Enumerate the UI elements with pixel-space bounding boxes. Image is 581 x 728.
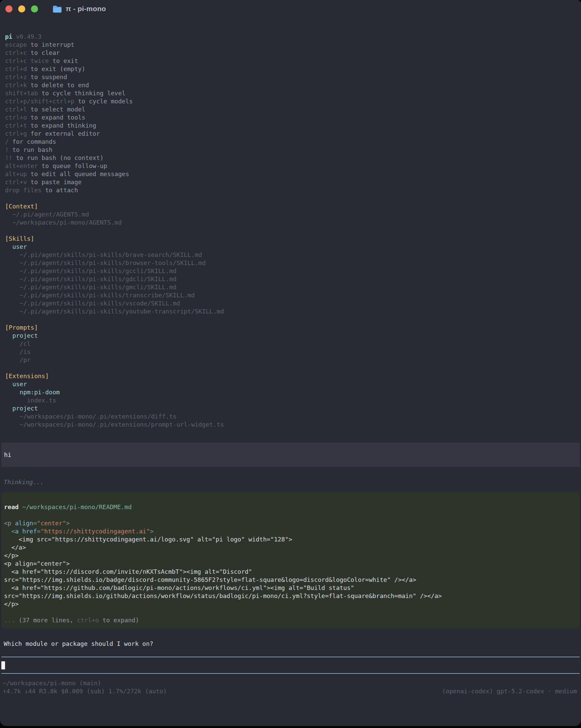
text-segment: project <box>5 405 38 412</box>
text-segment: user <box>5 381 27 388</box>
text-segment: to queue follow-up <box>38 162 107 170</box>
text-segment: ~/.pi/agent/skills/pi-skills/gmcli/SKILL… <box>5 284 176 291</box>
terminal-line <box>0 364 581 372</box>
terminal-line: ctrl+t to expand thinking <box>0 122 581 130</box>
text-segment: ctrl+p/shift+ctrl+p <box>5 98 74 105</box>
text-segment: to edit all queued messages <box>27 171 129 178</box>
text-segment: ~/.pi/agent/skills/pi-skills/transcribe/… <box>5 292 195 299</box>
text-segment: alt+up <box>5 171 27 178</box>
tool-name: read <box>4 503 19 511</box>
terminal-line: ~/.pi/agent/skills/pi-skills/brave-searc… <box>0 251 581 259</box>
text-segment: <img src="https://shittycodingagent.ai/l… <box>4 536 292 543</box>
prompt-input[interactable] <box>1 657 580 674</box>
window-title: π - pi-mono <box>65 5 106 13</box>
terminal-line: project <box>0 332 581 340</box>
text-segment: to clear <box>27 49 60 56</box>
text-segment: ~/.pi/agent/skills/pi-skills/youtube-tra… <box>5 308 224 315</box>
text-segment: ctrl+z <box>5 73 27 80</box>
terminal-line: ctrl+p/shift+ctrl+p to cycle models <box>0 97 581 105</box>
titlebar: π - pi-mono <box>0 0 581 18</box>
text-segment: > <box>66 520 70 527</box>
text-segment: ~/workspaces/pi-mono/AGENTS.md <box>5 219 122 226</box>
text-segment: "https://shittycodingagent.ai" <box>41 528 150 535</box>
terminal-window: π - pi-mono pi v0.49.3escape to interrup… <box>0 0 581 726</box>
text-segment: </p> <box>4 600 19 607</box>
terminal-line: alt+enter to queue follow-up <box>0 162 581 170</box>
text-segment: shift+tab <box>5 89 38 97</box>
terminal-line: index.ts <box>0 396 581 405</box>
spacer <box>0 428 581 443</box>
text-segment: ctrl+d <box>5 65 27 72</box>
text-segment: ~/.pi/agent/skills/pi-skills/vscode/SKIL… <box>5 300 180 307</box>
terminal-line: </p> <box>1 600 580 608</box>
text-segment: = <box>33 520 37 527</box>
text-segment: [Prompts] <box>5 324 38 331</box>
text-segment: ctrl+l <box>5 106 27 113</box>
terminal-line: npm:pi-doom <box>0 388 581 396</box>
text-segment: v0.49.3 <box>12 33 42 40</box>
text-segment: pi <box>5 33 12 40</box>
text-segment: to exit <box>49 57 78 64</box>
text-segment: a href <box>15 528 37 535</box>
text-segment: /pr <box>5 356 31 363</box>
terminal-line: <a href="https://github.com/badlogic/pi-… <box>1 584 580 592</box>
minimize-button[interactable] <box>18 5 25 12</box>
text-segment: ~/workspaces/pi-mono/.pi/extensions/diff… <box>5 413 176 420</box>
text-segment: = <box>37 528 41 535</box>
terminal-line <box>1 608 580 616</box>
text-segment: to select model <box>27 106 85 113</box>
terminal-line: ~/.pi/agent/AGENTS.md <box>0 210 581 218</box>
text-segment: [Skills] <box>5 235 34 242</box>
text-segment: > <box>150 528 154 535</box>
text-segment: to delete to end <box>27 81 89 88</box>
terminal-line: drop files to attach <box>0 186 581 194</box>
text-segment: [Extensions] <box>5 372 49 380</box>
terminal-line: user <box>0 243 581 251</box>
zoom-button[interactable] <box>31 5 38 12</box>
terminal-line: ~/.pi/agent/skills/pi-skills/gccli/SKILL… <box>0 267 581 275</box>
terminal-line: <img src="https://shittycodingagent.ai/l… <box>1 536 580 544</box>
terminal-line: shift+tab to cycle thinking level <box>0 89 581 97</box>
text-segment: index.ts <box>5 397 56 404</box>
text-segment: ~/.pi/agent/skills/pi-skills/gdcli/SKILL… <box>5 276 176 283</box>
text-segment: for external editor <box>27 130 100 137</box>
terminal-line: ctrl+v to paste image <box>0 178 581 186</box>
text-segment: ctrl+k <box>5 81 27 88</box>
text-segment: to run bash (no context) <box>12 154 104 161</box>
terminal-content: pi v0.49.3escape to interruptctrl+c to c… <box>0 18 581 695</box>
terminal-line: [Extensions] <box>0 372 581 380</box>
terminal-line: </p> <box>1 551 580 560</box>
text-segment: src="https://img.shields.io/badge/discor… <box>4 576 416 583</box>
terminal-line: ~/.pi/agent/skills/pi-skills/browser-too… <box>0 259 581 267</box>
terminal-line: ctrl+o to expand tools <box>0 113 581 122</box>
terminal-line: ~/workspaces/pi-mono/.pi/extensions/prom… <box>0 421 581 428</box>
terminal-line: <p align="center"> <box>1 519 580 527</box>
terminal-line: [Skills] <box>0 235 581 243</box>
cwd-status: ~/workspaces/pi-mono (main) <box>0 679 581 687</box>
text-segment: escape <box>5 41 27 48</box>
thinking-indicator: Thinking... <box>0 478 581 486</box>
token-status: ↑4.7k ↓44 R3.8k $0.009 (sub) 1.7%/272k (… <box>3 687 167 695</box>
text-segment: ~/.pi/agent/skills/pi-skills/brave-searc… <box>5 251 202 258</box>
terminal-line: ~/workspaces/pi-mono/AGENTS.md <box>0 218 581 227</box>
terminal-line: user <box>0 380 581 388</box>
tool-call-header: read ~/workspaces/pi-mono/README.md <box>1 503 580 511</box>
tool-call-box: read ~/workspaces/pi-mono/README.md <p a… <box>1 492 580 628</box>
text-segment: ! <box>5 146 9 153</box>
text-segment: / <box>5 138 9 145</box>
close-button[interactable] <box>5 5 12 12</box>
text-segment: ~/.pi/agent/skills/pi-skills/gccli/SKILL… <box>5 267 176 275</box>
text-segment: <p <box>4 520 11 527</box>
terminal-line: / for commands <box>0 138 581 146</box>
text-segment: to cycle models <box>74 98 133 105</box>
terminal-line: ~/workspaces/pi-mono/.pi/extensions/diff… <box>0 413 581 421</box>
terminal-line: ~/.pi/agent/skills/pi-skills/vscode/SKIL… <box>0 300 581 307</box>
text-segment: /is <box>5 348 31 355</box>
terminal-line: project <box>0 405 581 413</box>
terminal-line: ~/.pi/agent/skills/pi-skills/gmcli/SKILL… <box>0 283 581 291</box>
text-segment: /cl <box>5 340 31 347</box>
text-segment: to attach <box>42 186 78 193</box>
terminal-line <box>0 227 581 235</box>
terminal-line: alt+up to edit all queued messages <box>0 170 581 178</box>
text-segment: ctrl+g <box>5 130 27 137</box>
